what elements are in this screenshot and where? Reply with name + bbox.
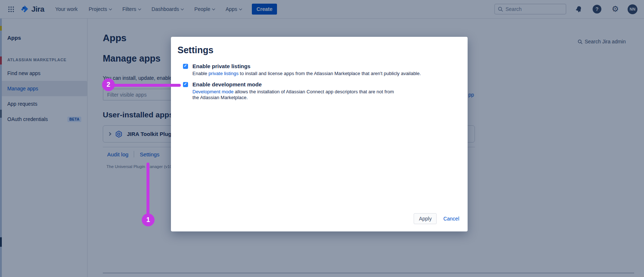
settings-modal: Settings Enable private listings Enable … bbox=[171, 37, 468, 231]
annotation-line-step2 bbox=[109, 84, 181, 87]
modal-footer: Apply Cancel bbox=[414, 213, 459, 224]
option-description: Enable private listings to install and l… bbox=[192, 71, 421, 77]
option-description: Development mode allows the installation… bbox=[192, 89, 397, 101]
cancel-link[interactable]: Cancel bbox=[443, 216, 459, 222]
option-label: Enable private listings bbox=[192, 63, 421, 69]
option-private-listings: Enable private listings Enable private l… bbox=[183, 63, 421, 77]
checkbox-development-mode[interactable] bbox=[183, 82, 188, 87]
private-listings-link[interactable]: private listings bbox=[208, 71, 238, 76]
annotation-line-step1 bbox=[147, 163, 149, 218]
option-label: Enable development mode bbox=[192, 81, 397, 87]
option-development-mode: Enable development mode Development mode… bbox=[183, 81, 397, 101]
annotation-step-1: 1 bbox=[142, 214, 155, 226]
development-mode-link[interactable]: Development mode bbox=[192, 89, 234, 94]
modal-title: Settings bbox=[177, 45, 214, 55]
apply-button[interactable]: Apply bbox=[414, 213, 437, 224]
checkbox-private-listings[interactable] bbox=[183, 64, 188, 69]
annotation-step-2: 2 bbox=[102, 78, 115, 91]
jira-window: Jira Your work Projects Filters Dashboar… bbox=[0, 0, 644, 277]
